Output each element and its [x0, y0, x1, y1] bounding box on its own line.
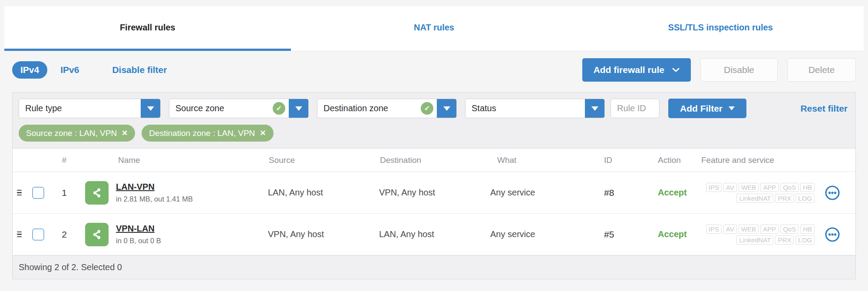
rule-source: LAN, Any host — [268, 188, 379, 198]
ipv4-toggle[interactable]: IPv4 — [12, 61, 47, 79]
row-checkbox[interactable] — [32, 187, 44, 199]
triangle-down-icon — [591, 106, 598, 111]
chip-label: Source zone : LAN, VPN — [26, 129, 117, 138]
destination-zone-label: Destination zone — [317, 103, 421, 113]
status-select[interactable]: Status — [465, 99, 605, 118]
dropdown-arrow-button[interactable] — [289, 99, 308, 118]
badge-log: LOG — [795, 194, 815, 203]
row-index: 1 — [51, 188, 78, 198]
row-checkbox[interactable] — [32, 228, 44, 241]
destination-zone-select[interactable]: Destination zone ✓ — [317, 99, 457, 118]
firewall-rules-table: # Name Source Destination What ID Action… — [12, 148, 856, 279]
table-row: 2 VPN-LAN in 0 B, out 0 B VPN, Any host … — [13, 214, 855, 255]
add-firewall-rule-label: Add firewall rule — [594, 65, 664, 75]
badge-prx: PRX — [775, 194, 794, 203]
disable-filter-link[interactable]: Disable filter — [112, 65, 167, 75]
ipv6-toggle[interactable]: IPv6 — [60, 65, 79, 75]
row-index: 2 — [51, 229, 78, 240]
feature-badges: IPS AV WEB APP QoS HB LinkedNAT PRX LOG — [700, 225, 823, 245]
header-name: Name — [116, 155, 268, 165]
table-row: 1 LAN-VPN in 2.81 MB, out 1.41 MB LAN, A… — [13, 172, 855, 214]
badge-linkednat: LinkedNAT — [736, 194, 773, 203]
rule-source: VPN, Any host — [268, 229, 379, 239]
badge-av: AV — [723, 183, 737, 192]
more-options-icon[interactable] — [825, 185, 840, 201]
status-label: Status — [465, 103, 585, 113]
source-zone-select[interactable]: Source zone ✓ — [169, 99, 309, 118]
triangle-down-icon — [729, 106, 735, 110]
badge-prx: PRX — [775, 235, 794, 245]
chip-label: Destination zone : LAN, VPN — [149, 129, 255, 138]
chevron-down-icon — [672, 68, 680, 72]
tab-bar: Firewall rules NAT rules SSL/TLS inspect… — [4, 6, 864, 51]
badge-web: WEB — [739, 225, 759, 234]
header-destination: Destination — [379, 155, 490, 165]
triangle-down-icon — [295, 106, 302, 111]
header-feature-and-service: Feature and service — [700, 155, 823, 165]
rule-traffic: in 2.81 MB, out 1.41 MB — [116, 195, 268, 203]
rule-action: Accept — [647, 229, 700, 239]
filter-panel: Rule type Source zone ✓ Destination zone… — [12, 92, 856, 148]
share-rule-icon — [85, 181, 109, 205]
source-zone-label: Source zone — [169, 103, 273, 113]
showing-status-text: Showing 2 of 2. Selected 0 — [19, 262, 122, 272]
badge-app: APP — [760, 225, 779, 234]
table-header: # Name Source Destination What ID Action… — [13, 149, 855, 172]
header-number: # — [51, 155, 78, 165]
tab-firewall-rules[interactable]: Firewall rules — [4, 6, 291, 51]
rule-name-link[interactable]: LAN-VPN — [116, 182, 155, 192]
table-footer: Showing 2 of 2. Selected 0 — [13, 255, 855, 279]
dropdown-arrow-button[interactable] — [141, 99, 160, 118]
tab-ssl-tls-inspection-rules[interactable]: SSL/TLS inspection rules — [577, 6, 864, 51]
chip-destination-zone[interactable]: Destination zone : LAN, VPN ✕ — [142, 125, 273, 142]
badge-qos: QoS — [780, 225, 799, 234]
rule-name-link[interactable]: VPN-LAN — [116, 224, 155, 234]
rule-type-select[interactable]: Rule type — [19, 99, 161, 118]
filter-row: Rule type Source zone ✓ Destination zone… — [19, 99, 849, 118]
rule-id-input[interactable] — [611, 99, 660, 118]
add-filter-button[interactable]: Add Filter — [668, 99, 746, 118]
badge-web: WEB — [739, 183, 759, 192]
drag-handle[interactable] — [13, 231, 26, 238]
badge-linkednat: LinkedNAT — [736, 235, 773, 245]
rule-id: #5 — [599, 229, 647, 240]
check-circle-icon: ✓ — [273, 102, 285, 115]
badge-log: LOG — [795, 235, 815, 245]
chip-remove-icon[interactable]: ✕ — [122, 129, 128, 138]
badge-hb: HB — [800, 183, 815, 192]
rule-action: Accept — [647, 188, 700, 198]
header-what: What — [490, 155, 599, 165]
add-filter-label: Add Filter — [680, 103, 723, 114]
toolbar-actions: Add firewall rule Disable Delete — [582, 58, 856, 82]
delete-button[interactable]: Delete — [787, 58, 856, 82]
rule-destination: VPN, Any host — [379, 188, 490, 198]
chip-remove-icon[interactable]: ✕ — [260, 129, 266, 138]
badge-hb: HB — [800, 225, 815, 234]
share-rule-icon — [85, 223, 109, 246]
badge-ips: IPS — [706, 225, 722, 234]
drag-handle[interactable] — [13, 190, 26, 196]
rule-traffic: in 0 B, out 0 B — [116, 237, 268, 245]
badge-ips: IPS — [706, 183, 722, 192]
badge-av: AV — [723, 225, 737, 234]
rule-type-label: Rule type — [19, 103, 141, 113]
reset-filter-link[interactable]: Reset filter — [800, 103, 848, 114]
header-id: ID — [599, 155, 647, 165]
triangle-down-icon — [147, 106, 154, 111]
rule-destination: LAN, Any host — [379, 229, 490, 239]
rule-what: Any service — [490, 188, 599, 198]
rule-id: #8 — [599, 188, 647, 198]
filter-chips-row: Source zone : LAN, VPN ✕ Destination zon… — [19, 125, 849, 148]
more-options-icon[interactable] — [825, 227, 840, 242]
dropdown-arrow-button[interactable] — [585, 99, 604, 118]
dropdown-arrow-button[interactable] — [437, 99, 456, 118]
chip-source-zone[interactable]: Source zone : LAN, VPN ✕ — [19, 125, 135, 142]
badge-qos: QoS — [780, 183, 799, 192]
feature-badges: IPS AV WEB APP QoS HB LinkedNAT PRX LOG — [700, 183, 823, 203]
tab-nat-rules[interactable]: NAT rules — [291, 6, 578, 51]
disable-button[interactable]: Disable — [700, 58, 778, 82]
add-firewall-rule-button[interactable]: Add firewall rule — [582, 58, 691, 82]
triangle-down-icon — [443, 106, 450, 111]
toolbar: IPv4 IPv6 Disable filter Add firewall ru… — [12, 58, 856, 82]
check-circle-icon: ✓ — [421, 102, 433, 115]
